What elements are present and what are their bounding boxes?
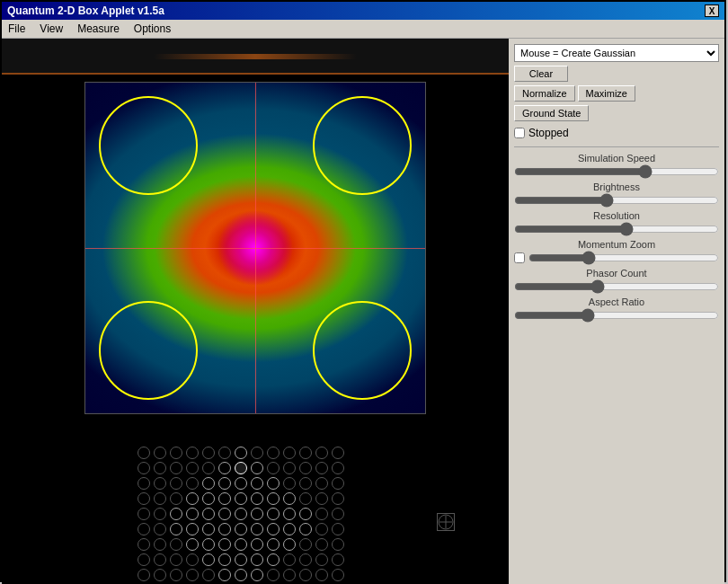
aspect-ratio-label: Aspect Ratio xyxy=(514,296,719,307)
phasor-dot xyxy=(283,508,296,520)
phasor-dot xyxy=(202,523,215,535)
phasor-dot xyxy=(251,462,263,474)
maximize-button[interactable]: Maximize xyxy=(578,85,635,102)
phasor-dot xyxy=(267,447,280,459)
phasor-dot xyxy=(299,569,312,581)
phasor-dot xyxy=(218,492,231,505)
phasor-dot xyxy=(251,538,263,551)
phasor-dot xyxy=(267,492,280,505)
menu-view[interactable]: View xyxy=(37,22,66,36)
momentum-zoom-checkbox[interactable] xyxy=(514,252,525,263)
brightness-section: Brightness xyxy=(514,181,719,207)
phasor-dot xyxy=(218,508,231,520)
phasor-dot xyxy=(251,492,263,505)
phasor-dot xyxy=(235,477,247,490)
phasor-dot xyxy=(315,477,328,490)
stopped-label: Stopped xyxy=(528,127,569,139)
phasor-dot xyxy=(299,447,312,459)
phasor-dot xyxy=(154,447,166,459)
phasor-dot xyxy=(138,508,150,520)
aspect-ratio-slider[interactable] xyxy=(514,309,719,322)
yellow-circle-br xyxy=(313,301,412,400)
mouse-mode-row: Mouse = Create Gaussian Mouse = Add Ener… xyxy=(514,44,719,62)
phasor-dot xyxy=(332,447,344,459)
phasor-dot xyxy=(218,447,231,459)
ground-state-button[interactable]: Ground State xyxy=(514,105,589,121)
phasor-dot xyxy=(154,508,166,520)
phasor-count-slider[interactable] xyxy=(514,280,719,293)
simulation-speed-slider[interactable] xyxy=(514,165,719,178)
phasor-dot xyxy=(202,538,215,551)
phasor-dot xyxy=(202,447,215,459)
phasor-dot xyxy=(154,492,166,505)
phasor-dot xyxy=(202,553,215,566)
phasor-count-slider-row xyxy=(514,280,719,293)
phasor-dot xyxy=(267,538,280,551)
phasor-dot xyxy=(186,523,199,535)
phasor-dot xyxy=(202,477,215,490)
canvas-area xyxy=(2,75,509,446)
phasor-dot xyxy=(251,523,263,535)
waveform-strip-top xyxy=(2,39,509,75)
phasor-dot xyxy=(315,492,328,505)
resolution-label: Resolution xyxy=(514,210,719,221)
phasor-dot xyxy=(283,492,296,505)
phasor-dot xyxy=(218,569,231,581)
yellow-circle-tr xyxy=(313,96,412,195)
mouse-mode-select[interactable]: Mouse = Create Gaussian Mouse = Add Ener… xyxy=(514,44,719,62)
phasor-dot xyxy=(283,477,296,490)
normalize-button[interactable]: Normalize xyxy=(514,85,575,102)
phasor-dot xyxy=(315,553,328,566)
phasor-dot xyxy=(170,462,182,474)
phasor-dot xyxy=(202,569,215,581)
yellow-circle-tl xyxy=(99,96,198,195)
phasor-dot xyxy=(186,553,199,566)
phasor-dot xyxy=(154,462,166,474)
menu-file[interactable]: File xyxy=(5,22,28,36)
phasor-dot xyxy=(138,492,150,505)
brightness-label: Brightness xyxy=(514,181,719,192)
resolution-slider[interactable] xyxy=(514,223,719,235)
phasor-dot xyxy=(251,508,263,520)
phasor-dot xyxy=(170,538,182,551)
simulation-speed-slider-row xyxy=(514,165,719,178)
stopped-row: Stopped xyxy=(514,127,719,139)
phasor-dot xyxy=(186,569,199,581)
compass-icon xyxy=(438,514,454,530)
phasor-dot xyxy=(138,477,150,490)
clear-button[interactable]: Clear xyxy=(514,66,568,82)
resolution-slider-row xyxy=(514,223,719,235)
phasor-dot xyxy=(170,553,182,566)
resolution-section: Resolution xyxy=(514,210,719,235)
phasor-dot xyxy=(332,553,344,566)
phasor-dot xyxy=(170,523,182,535)
phasor-dot xyxy=(235,553,247,566)
close-button[interactable]: X xyxy=(705,4,719,17)
phasor-dot xyxy=(332,477,344,490)
phasor-dot xyxy=(315,523,328,535)
aspect-ratio-section: Aspect Ratio xyxy=(514,296,719,322)
menu-options[interactable]: Options xyxy=(131,22,173,36)
main-content: Mouse = Create Gaussian Mouse = Add Ener… xyxy=(2,39,724,584)
phasor-dot xyxy=(235,492,247,505)
phasor-dot xyxy=(299,523,312,535)
phasor-count-section: Phasor Count xyxy=(514,268,719,293)
phasor-dot xyxy=(218,477,231,490)
waveform-line xyxy=(2,54,509,59)
phasor-dot xyxy=(283,553,296,566)
phasor-dot xyxy=(251,447,263,459)
phasor-dot xyxy=(138,569,150,581)
phasor-dot xyxy=(332,492,344,505)
menu-measure[interactable]: Measure xyxy=(75,22,122,36)
momentum-zoom-slider[interactable] xyxy=(528,252,719,264)
phasor-dot xyxy=(170,569,182,581)
phasor-count-label: Phasor Count xyxy=(514,268,719,279)
stopped-checkbox[interactable] xyxy=(514,128,525,138)
canvas-visualization xyxy=(85,83,425,413)
phasor-dot xyxy=(299,553,312,566)
brightness-slider[interactable] xyxy=(514,194,719,207)
quantum-canvas[interactable] xyxy=(84,82,426,414)
phasor-dot xyxy=(170,477,182,490)
phasor-dot xyxy=(154,477,166,490)
left-panel xyxy=(2,39,509,584)
